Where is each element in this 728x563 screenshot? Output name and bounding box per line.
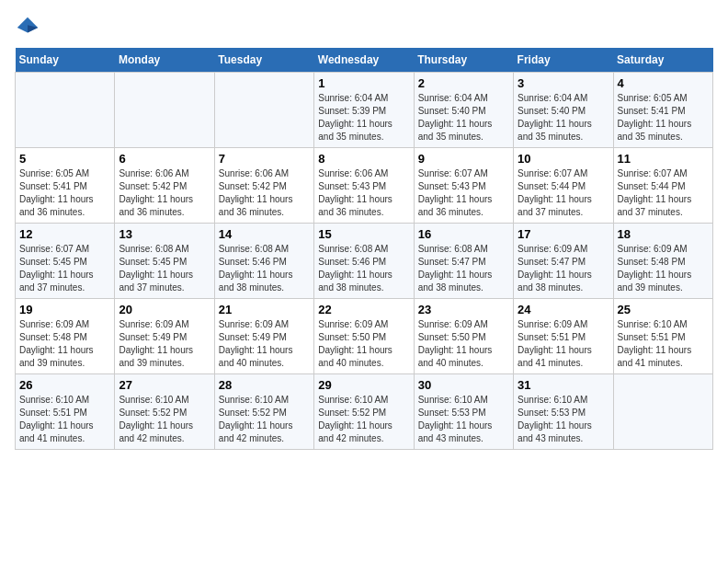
day-header-saturday: Saturday [613, 48, 712, 73]
day-info: Sunrise: 6:04 AMSunset: 5:40 PMDaylight:… [418, 92, 509, 144]
calendar-cell [16, 73, 115, 148]
calendar-cell: 15Sunrise: 6:08 AMSunset: 5:46 PMDayligh… [314, 224, 414, 299]
day-number: 21 [219, 303, 310, 316]
day-number: 7 [219, 152, 310, 166]
calendar-cell: 5Sunrise: 6:05 AMSunset: 5:41 PMDaylight… [16, 148, 115, 224]
calendar-cell [214, 73, 313, 148]
day-number: 6 [119, 152, 210, 166]
calendar-cell: 7Sunrise: 6:06 AMSunset: 5:42 PMDaylight… [214, 148, 313, 224]
calendar-cell: 11Sunrise: 6:07 AMSunset: 5:44 PMDayligh… [613, 148, 712, 224]
day-info: Sunrise: 6:04 AMSunset: 5:39 PMDaylight:… [318, 92, 409, 144]
day-number: 14 [219, 227, 310, 241]
calendar-cell: 10Sunrise: 6:07 AMSunset: 5:44 PMDayligh… [514, 148, 613, 224]
day-number: 31 [518, 378, 609, 392]
day-number: 2 [418, 76, 509, 90]
day-number: 27 [119, 378, 210, 392]
day-info: Sunrise: 6:06 AMSunset: 5:42 PMDaylight:… [219, 167, 310, 219]
calendar-cell: 19Sunrise: 6:09 AMSunset: 5:48 PMDayligh… [16, 299, 115, 374]
calendar-cell: 29Sunrise: 6:10 AMSunset: 5:52 PMDayligh… [314, 374, 414, 450]
calendar-cell: 31Sunrise: 6:10 AMSunset: 5:53 PMDayligh… [514, 374, 613, 450]
day-info: Sunrise: 6:05 AMSunset: 5:41 PMDaylight:… [618, 92, 709, 144]
calendar-cell: 13Sunrise: 6:08 AMSunset: 5:45 PMDayligh… [115, 224, 214, 299]
calendar-header: SundayMondayTuesdayWednesdayThursdayFrid… [16, 48, 713, 73]
calendar-cell: 20Sunrise: 6:09 AMSunset: 5:49 PMDayligh… [115, 299, 214, 374]
day-number: 23 [418, 303, 509, 316]
day-info: Sunrise: 6:07 AMSunset: 5:44 PMDaylight:… [518, 167, 609, 219]
day-number: 4 [618, 76, 709, 90]
calendar-cell: 16Sunrise: 6:08 AMSunset: 5:47 PMDayligh… [414, 224, 513, 299]
day-number: 11 [618, 152, 709, 166]
calendar-cell: 24Sunrise: 6:09 AMSunset: 5:51 PMDayligh… [514, 299, 613, 374]
calendar-cell: 21Sunrise: 6:09 AMSunset: 5:49 PMDayligh… [214, 299, 313, 374]
day-number: 9 [418, 152, 509, 166]
header [15, 15, 713, 40]
calendar-cell: 14Sunrise: 6:08 AMSunset: 5:46 PMDayligh… [214, 224, 313, 299]
day-number: 18 [618, 227, 709, 241]
calendar-table: SundayMondayTuesdayWednesdayThursdayFrid… [15, 48, 713, 450]
day-info: Sunrise: 6:09 AMSunset: 5:49 PMDaylight:… [119, 318, 210, 370]
day-number: 22 [318, 303, 409, 316]
calendar-cell: 30Sunrise: 6:10 AMSunset: 5:53 PMDayligh… [414, 374, 513, 450]
calendar-week-1: 1Sunrise: 6:04 AMSunset: 5:39 PMDaylight… [16, 73, 713, 148]
day-header-friday: Friday [514, 48, 613, 73]
calendar-cell: 9Sunrise: 6:07 AMSunset: 5:43 PMDaylight… [414, 148, 513, 224]
day-number: 19 [19, 303, 110, 316]
calendar-week-4: 19Sunrise: 6:09 AMSunset: 5:48 PMDayligh… [16, 299, 713, 374]
day-info: Sunrise: 6:08 AMSunset: 5:45 PMDaylight:… [119, 243, 210, 294]
day-info: Sunrise: 6:09 AMSunset: 5:50 PMDaylight:… [318, 318, 409, 370]
day-number: 8 [318, 152, 409, 166]
day-number: 12 [19, 227, 110, 241]
calendar-body: 1Sunrise: 6:04 AMSunset: 5:39 PMDaylight… [16, 73, 713, 450]
day-info: Sunrise: 6:05 AMSunset: 5:41 PMDaylight:… [19, 167, 110, 219]
day-header-thursday: Thursday [414, 48, 513, 73]
day-number: 1 [318, 76, 409, 90]
day-info: Sunrise: 6:10 AMSunset: 5:52 PMDaylight:… [318, 394, 409, 445]
calendar-cell [115, 73, 214, 148]
calendar-week-3: 12Sunrise: 6:07 AMSunset: 5:45 PMDayligh… [16, 224, 713, 299]
day-number: 30 [418, 378, 509, 392]
day-header-wednesday: Wednesday [314, 48, 414, 73]
day-number: 24 [518, 303, 609, 316]
day-header-tuesday: Tuesday [214, 48, 313, 73]
day-info: Sunrise: 6:06 AMSunset: 5:43 PMDaylight:… [318, 167, 409, 219]
day-info: Sunrise: 6:06 AMSunset: 5:42 PMDaylight:… [119, 167, 210, 219]
logo [15, 15, 44, 40]
day-info: Sunrise: 6:07 AMSunset: 5:43 PMDaylight:… [418, 167, 509, 219]
day-info: Sunrise: 6:08 AMSunset: 5:46 PMDaylight:… [318, 243, 409, 294]
calendar-cell: 3Sunrise: 6:04 AMSunset: 5:40 PMDaylight… [514, 73, 613, 148]
day-info: Sunrise: 6:10 AMSunset: 5:51 PMDaylight:… [618, 318, 709, 370]
calendar-cell: 12Sunrise: 6:07 AMSunset: 5:45 PMDayligh… [16, 224, 115, 299]
day-info: Sunrise: 6:09 AMSunset: 5:49 PMDaylight:… [219, 318, 310, 370]
day-info: Sunrise: 6:10 AMSunset: 5:51 PMDaylight:… [19, 394, 110, 445]
day-info: Sunrise: 6:09 AMSunset: 5:50 PMDaylight:… [418, 318, 509, 370]
day-info: Sunrise: 6:08 AMSunset: 5:46 PMDaylight:… [219, 243, 310, 294]
day-info: Sunrise: 6:04 AMSunset: 5:40 PMDaylight:… [518, 92, 609, 144]
calendar-cell: 1Sunrise: 6:04 AMSunset: 5:39 PMDaylight… [314, 73, 414, 148]
day-number: 10 [518, 152, 609, 166]
calendar-cell: 6Sunrise: 6:06 AMSunset: 5:42 PMDaylight… [115, 148, 214, 224]
calendar-week-2: 5Sunrise: 6:05 AMSunset: 5:41 PMDaylight… [16, 148, 713, 224]
day-info: Sunrise: 6:10 AMSunset: 5:52 PMDaylight:… [219, 394, 310, 445]
day-number: 15 [318, 227, 409, 241]
calendar-cell: 22Sunrise: 6:09 AMSunset: 5:50 PMDayligh… [314, 299, 414, 374]
day-number: 3 [518, 76, 609, 90]
day-number: 16 [418, 227, 509, 241]
calendar-cell: 28Sunrise: 6:10 AMSunset: 5:52 PMDayligh… [214, 374, 313, 450]
day-info: Sunrise: 6:09 AMSunset: 5:48 PMDaylight:… [618, 243, 709, 294]
day-info: Sunrise: 6:09 AMSunset: 5:48 PMDaylight:… [19, 318, 110, 370]
calendar-cell: 23Sunrise: 6:09 AMSunset: 5:50 PMDayligh… [414, 299, 513, 374]
day-info: Sunrise: 6:07 AMSunset: 5:44 PMDaylight:… [618, 167, 709, 219]
calendar-cell: 26Sunrise: 6:10 AMSunset: 5:51 PMDayligh… [16, 374, 115, 450]
day-number: 29 [318, 378, 409, 392]
day-number: 17 [518, 227, 609, 241]
day-number: 5 [19, 152, 110, 166]
day-info: Sunrise: 6:10 AMSunset: 5:52 PMDaylight:… [119, 394, 210, 445]
day-number: 26 [19, 378, 110, 392]
calendar-cell: 18Sunrise: 6:09 AMSunset: 5:48 PMDayligh… [613, 224, 712, 299]
day-info: Sunrise: 6:09 AMSunset: 5:51 PMDaylight:… [518, 318, 609, 370]
day-number: 28 [219, 378, 310, 392]
calendar-cell: 27Sunrise: 6:10 AMSunset: 5:52 PMDayligh… [115, 374, 214, 450]
day-number: 13 [119, 227, 210, 241]
calendar-cell [613, 374, 712, 450]
calendar-cell: 17Sunrise: 6:09 AMSunset: 5:47 PMDayligh… [514, 224, 613, 299]
